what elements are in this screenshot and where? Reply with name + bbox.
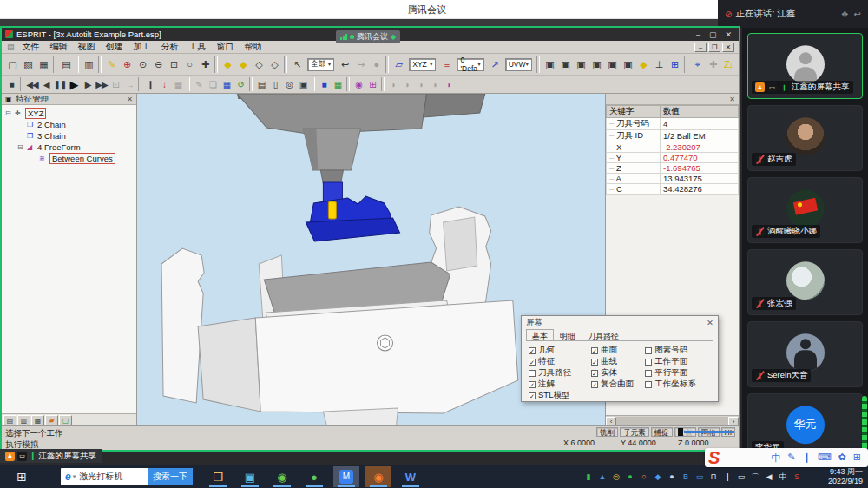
tool-retract-button[interactable]: ↓ (157, 77, 171, 91)
menu-item[interactable]: 加工 (128, 41, 156, 53)
display-checkbox[interactable]: ✓复合曲面 (591, 379, 645, 389)
wireframe-view-button[interactable]: ◇ (251, 56, 266, 72)
display-checkbox[interactable]: 图素号码 (645, 346, 713, 355)
sim-pause-button[interactable]: ❚❚ (53, 77, 67, 91)
child-restore-button[interactable]: ❐ (708, 43, 720, 52)
menu-item[interactable]: 窗口 (212, 41, 240, 53)
layout-toggle-icon[interactable]: ❖ (841, 10, 849, 19)
close-button[interactable]: ✕ (725, 30, 732, 39)
checkbox-icon[interactable]: ✓ (529, 381, 536, 388)
property-row[interactable]: C 34.428276 (607, 184, 739, 195)
display-checkbox[interactable]: ✓曲面 (591, 346, 645, 355)
checkbox-icon[interactable]: ✓ (591, 370, 598, 377)
stock-layers-button[interactable]: ▦ (331, 77, 345, 91)
uvw-dropdown[interactable]: UVW▾ (505, 58, 532, 71)
sogou-pen-icon[interactable]: ✎ (787, 452, 795, 465)
display-checkbox[interactable]: 工作平面 (645, 357, 713, 366)
sogou-toolbox-icon[interactable]: ⊞ (853, 452, 861, 465)
save-button[interactable]: ▦ (36, 56, 51, 72)
snap-mode-toggle[interactable]: 铣削 (596, 427, 618, 437)
sim-page-button[interactable]: ❏ (206, 77, 220, 91)
sogou-lang-icon[interactable]: 中 (771, 452, 780, 465)
iso-view-button[interactable]: ◆ (635, 56, 651, 72)
axis-align-button[interactable]: ⊥ (651, 56, 667, 72)
view-cube-front-button[interactable]: ▣ (557, 56, 573, 72)
participant-tile[interactable]: ♟ ▭ 张宏强 (747, 249, 863, 315)
display-checkbox[interactable]: ✓实体 (591, 368, 645, 378)
search-tray-icon[interactable]: ○ (639, 472, 649, 481)
sim-stop-button[interactable]: ■ (4, 77, 18, 91)
scroll-left-icon[interactable]: ‹ (606, 417, 616, 425)
menu-item[interactable]: 文件 (17, 41, 45, 53)
coin-tray-icon[interactable]: ◎ (611, 472, 621, 481)
view-cube-bottom-button[interactable]: ▣ (620, 56, 635, 72)
menu-item[interactable]: 创建 (101, 41, 128, 53)
display-checkbox[interactable]: ✓曲线 (591, 357, 645, 366)
child-close-button[interactable]: ✕ (722, 43, 734, 52)
shaded-edges-button[interactable]: ◆ (235, 56, 251, 72)
qq-tray-icon[interactable]: ● (667, 472, 677, 481)
shaded-view-button[interactable]: ◆ (220, 56, 235, 72)
colors-tab[interactable]: ▰ (45, 415, 58, 425)
sim-rewind-button[interactable]: ◀◀ (25, 77, 39, 91)
search-caret-icon[interactable]: ▾ (73, 473, 76, 480)
stock-file-button[interactable]: ▣ (296, 77, 310, 91)
work-plane-dropdown[interactable]: XYZ▾ (409, 58, 436, 71)
sim-settings-button[interactable]: ✎ (192, 77, 206, 91)
nic-tray-icon[interactable]: ▭ (694, 472, 705, 481)
hidden-line-view-button[interactable]: ◇ (266, 56, 282, 72)
new-file-button[interactable]: ▢ (4, 56, 20, 72)
sim-fast-forward-button[interactable]: ▶▶ (95, 77, 108, 91)
sim-save-button[interactable]: ▦ (171, 77, 185, 91)
wechat-tray-icon[interactable]: ● (625, 472, 635, 481)
machine-sim-3-button[interactable]: ◗ (414, 77, 428, 91)
sogou-keyboard-icon[interactable]: ⌨ (818, 452, 832, 465)
machine-sim-5-button[interactable]: ◗ (442, 77, 456, 91)
grid-view-button[interactable]: ⊞ (667, 56, 682, 72)
participant-tile[interactable]: ♟ ▭ 江鑫的屏幕共享 (747, 33, 863, 99)
wps-app[interactable]: W (398, 466, 424, 487)
battery-tray-icon[interactable]: ▮ (583, 472, 594, 481)
checkbox-icon[interactable]: ✓ (591, 381, 598, 388)
menu-item[interactable]: 帮助 (240, 41, 267, 53)
zoom-button[interactable]: ⊙ (135, 56, 150, 72)
start-button[interactable]: ⊞ (7, 465, 36, 488)
z-sort-button[interactable]: Z↓ (720, 56, 736, 72)
tree-node-label[interactable]: 4 FreeForm (37, 142, 81, 152)
sim-loop-button[interactable]: ⊡ (108, 77, 122, 91)
property-row[interactable]: Y 0.477470 (607, 153, 739, 163)
quality-slider-track[interactable] (684, 431, 734, 433)
sogou-mic-icon[interactable]: ❙ (802, 452, 810, 465)
checkbox-icon[interactable]: ✓ (529, 359, 536, 366)
meeting-app[interactable]: ◉ (365, 466, 391, 487)
minimize-button[interactable]: – (696, 30, 700, 39)
sim-play-button[interactable]: ▶ (67, 77, 81, 91)
sogou-skin-icon[interactable]: ✿ (838, 452, 846, 465)
undo-button[interactable]: ↩ (337, 56, 352, 72)
wifi-tray-icon[interactable]: ⌒ (750, 472, 760, 483)
sim-to-end-button[interactable]: → (122, 77, 136, 91)
tree-node[interactable]: ⊟ XYZ (2, 108, 136, 119)
sim-disk-button[interactable]: ▦ (220, 77, 233, 91)
menu-item[interactable]: 编辑 (45, 41, 73, 53)
menu-item[interactable]: 分析 (156, 41, 184, 53)
wechat-app[interactable]: ● (301, 466, 327, 487)
property-row[interactable]: A 13.943175 (607, 174, 739, 184)
redraw-button[interactable]: ✎ (103, 56, 119, 72)
tree-node-label[interactable]: XYZ (25, 108, 46, 119)
checkbox-icon[interactable]: ✓ (591, 347, 598, 354)
checkbox-icon[interactable]: ✓ (591, 359, 598, 366)
checkbox-icon[interactable] (529, 370, 536, 377)
tree-node-label[interactable]: 3 Chain (37, 131, 66, 141)
view-normal-button[interactable]: ⌖ (689, 56, 705, 72)
zoom-in-button[interactable]: ⊕ (119, 56, 135, 72)
display-checkbox[interactable]: ✓几何 (529, 346, 591, 355)
render-cube-button[interactable]: ⊞ (365, 77, 379, 91)
browser-360-app[interactable]: ◉ (269, 466, 295, 487)
rotate-view-button[interactable]: ○ (181, 56, 197, 72)
meeting-mini-bar[interactable]: 腾讯会议 ◆ (336, 30, 400, 43)
display-checkbox[interactable]: 刀具路径 (529, 368, 591, 378)
render-sphere-button[interactable]: ◉ (352, 77, 365, 91)
uvw-axes-button[interactable]: ↗ (487, 56, 503, 72)
participant-tile[interactable]: ♟ ▭ 赵吉虎 (747, 105, 863, 171)
